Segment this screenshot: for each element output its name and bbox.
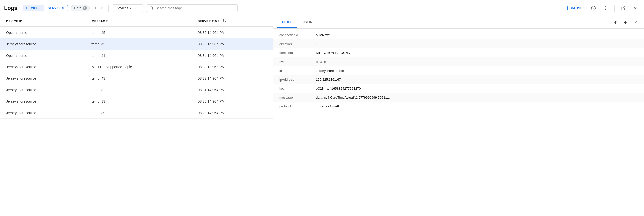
svg-line-1 bbox=[152, 9, 153, 10]
tab-table[interactable]: TABLE bbox=[277, 17, 297, 28]
cell-server-time: 08:32:14.964 PM bbox=[192, 73, 273, 84]
table-row[interactable]: Jerseyshoresourcetemp: 3208:31:14.964 PM bbox=[0, 84, 273, 96]
close-icon bbox=[633, 6, 638, 10]
tab-json[interactable]: JSON bbox=[299, 17, 316, 28]
filter-chip-label: Data bbox=[74, 6, 81, 10]
svg-point-4 bbox=[605, 6, 606, 7]
filter-chevron-icon: ▾ bbox=[101, 6, 103, 10]
table-row[interactable]: Jerseyshoresourcetemp: 4308:32:14.964 PM bbox=[0, 73, 273, 84]
cell-message: MQTT unsupported_topic bbox=[85, 61, 191, 73]
more-button[interactable] bbox=[601, 4, 610, 13]
detail-row: ipAddress165.225.116.167 bbox=[273, 75, 644, 84]
table-row[interactable]: Opcuasourcetemp: 4108:34:14.964 PM bbox=[0, 50, 273, 61]
cell-server-time: 08:33:14.964 PM bbox=[192, 61, 273, 73]
detail-tab-bar: TABLE JSON bbox=[273, 16, 644, 29]
cell-message: temp: 39 bbox=[85, 107, 191, 119]
filter-chip-close[interactable]: × bbox=[83, 6, 87, 10]
divider-2 bbox=[614, 5, 615, 12]
cell-message: temp: 32 bbox=[85, 84, 191, 96]
filter-dropdown-btn[interactable]: ▾ bbox=[100, 5, 104, 11]
table-row[interactable]: Opcuasourcetemp: 4508:36:14.964 PM bbox=[0, 27, 273, 38]
detail-row: messagedata-in: {"CureTimeActual":1.5779… bbox=[273, 93, 644, 102]
detail-close-button[interactable] bbox=[632, 18, 640, 26]
cell-server-time: 08:30:14.964 PM bbox=[192, 96, 273, 107]
cell-device-id: Jerseyshoresource bbox=[0, 38, 85, 50]
table-row[interactable]: Jerseyshoresourcetemp: 3308:30:14.964 PM bbox=[0, 96, 273, 107]
tab-group: DEVICES SERVICES bbox=[23, 5, 68, 11]
col-device-id: DEVICE ID bbox=[0, 16, 85, 27]
toolbar: Logs DEVICES SERVICES Data × +1 ▾ Device… bbox=[0, 0, 644, 16]
cell-server-time: 08:34:14.964 PM bbox=[192, 50, 273, 61]
svg-point-6 bbox=[605, 9, 606, 10]
svg-line-7 bbox=[623, 6, 625, 8]
nav-up-button[interactable] bbox=[611, 18, 620, 26]
detail-content: connectionIdoC2Nmxlfdirection-domainIdDI… bbox=[273, 29, 644, 216]
arrow-up-icon bbox=[613, 20, 618, 25]
table-row[interactable]: Jerseyshoresourcetemp: 4508:35:14.964 PM bbox=[0, 38, 273, 50]
open-external-icon bbox=[621, 6, 626, 11]
cell-server-time: 08:36:14.964 PM bbox=[192, 27, 273, 38]
search-input[interactable] bbox=[156, 6, 234, 10]
detail-value: oC2Nmxlf bbox=[316, 33, 330, 37]
help-button[interactable] bbox=[589, 4, 598, 13]
detail-key: connectionId bbox=[279, 33, 310, 37]
detail-row: keyoC2Nmxlf 1658824277291270 bbox=[273, 84, 644, 93]
device-filter-dropdown[interactable]: Devices ▾ bbox=[113, 4, 143, 12]
cell-message: temp: 33 bbox=[85, 96, 191, 107]
col-server-time: SERVER TIME ? bbox=[192, 16, 273, 27]
cell-device-id: Opcuasource bbox=[0, 50, 85, 61]
detail-key: id bbox=[279, 69, 310, 73]
detail-value: 165.225.116.167 bbox=[316, 78, 341, 82]
pause-label: PAUSE bbox=[571, 6, 583, 10]
cell-device-id: Opcuasource bbox=[0, 27, 85, 38]
detail-key: direction bbox=[279, 42, 310, 46]
svg-point-0 bbox=[150, 7, 153, 9]
pause-button[interactable]: PAUSE bbox=[564, 5, 586, 12]
help-icon bbox=[591, 6, 596, 11]
col-message: MESSAGE bbox=[85, 16, 191, 27]
detail-key: protocol bbox=[279, 104, 310, 108]
svg-point-5 bbox=[605, 8, 606, 8]
open-external-button[interactable] bbox=[619, 4, 628, 13]
detail-key: message bbox=[279, 96, 310, 99]
pause-icon bbox=[567, 6, 569, 10]
cell-server-time: 08:31:14.964 PM bbox=[192, 84, 273, 96]
app-title: Logs bbox=[4, 5, 18, 11]
detail-value: oC2Nmxlf 1658824277291270 bbox=[316, 87, 361, 90]
detail-key: domainId bbox=[279, 51, 310, 55]
detail-key: event bbox=[279, 60, 310, 64]
detail-row: protocolmurena:v1/matt... bbox=[273, 102, 644, 111]
table-row[interactable]: Jerseyshoresourcetemp: 3908:29:14.964 PM bbox=[0, 107, 273, 119]
detail-value: - bbox=[316, 42, 317, 46]
detail-panel: TABLE JSON connectionIdoC2Nmxlfdirection… bbox=[273, 16, 644, 216]
cell-device-id: Jerseyshoresource bbox=[0, 107, 85, 119]
cell-device-id: Jerseyshoresource bbox=[0, 61, 85, 73]
device-chevron-icon: ▾ bbox=[130, 6, 131, 10]
detail-value: data-in bbox=[316, 60, 326, 64]
arrow-down-icon bbox=[623, 20, 628, 25]
tab-services[interactable]: SERVICES bbox=[44, 5, 68, 11]
nav-down-button[interactable] bbox=[622, 18, 630, 26]
cell-server-time: 08:35:14.964 PM bbox=[192, 38, 273, 50]
cell-device-id: Jerseyshoresource bbox=[0, 73, 85, 84]
detail-key: key bbox=[279, 87, 310, 90]
cell-message: temp: 43 bbox=[85, 73, 191, 84]
table-row[interactable]: JerseyshoresourceMQTT unsupported_topic0… bbox=[0, 61, 273, 73]
detail-value: murena:v1/matt... bbox=[316, 104, 342, 108]
detail-value: DIRECTION INBOUND bbox=[316, 51, 350, 55]
detail-row: domainIdDIRECTION INBOUND bbox=[273, 48, 644, 57]
search-box[interactable] bbox=[146, 4, 238, 12]
tab-devices[interactable]: DEVICES bbox=[23, 5, 44, 11]
detail-close-icon bbox=[634, 20, 638, 24]
search-icon bbox=[149, 6, 154, 10]
detail-row: direction- bbox=[273, 39, 644, 48]
detail-row: eventdata-in bbox=[273, 57, 644, 66]
cell-message: temp: 45 bbox=[85, 38, 191, 50]
detail-value: data-in: {"CureTimeActual":1.5779999999 … bbox=[316, 96, 390, 99]
log-table-body: Opcuasourcetemp: 4508:36:14.964 PMJersey… bbox=[0, 27, 273, 119]
log-table: DEVICE ID MESSAGE SERVER TIME ? Opcuasou… bbox=[0, 16, 273, 216]
filter-chip-data[interactable]: Data × bbox=[71, 5, 89, 11]
filter-extra-count: +1 bbox=[93, 6, 97, 10]
close-panel-button[interactable] bbox=[631, 4, 640, 13]
server-time-help-icon[interactable]: ? bbox=[222, 19, 226, 23]
